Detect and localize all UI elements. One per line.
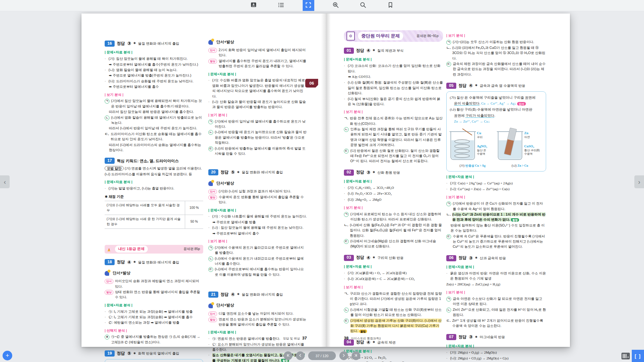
last-page-button[interactable] — [352, 351, 360, 360]
line-text: (가)~(라)는 모두 산소가 이동하는 산화 환원 반응이다. — [453, 39, 546, 45]
next-page-button[interactable] — [339, 351, 348, 360]
answer-label: 정답 — [356, 48, 364, 54]
text-segment: 디젤 엔진에 요소수를 넣는 까닭이 제시되어 있다. — [219, 311, 293, 315]
first-page-button[interactable] — [284, 351, 292, 360]
table-of-contents-button[interactable] — [275, 0, 287, 11]
line-marker: 발상 — [208, 195, 217, 200]
line-text: (나)에서 시험관을 가열할 때 탄소는 산화 구리(Ⅱ)로부터 산소를 얻어 … — [350, 307, 443, 318]
text-segment: 아이오딘의 승화 과정과 에탄올의 연소 과정이 제시되어 있다. — [115, 279, 199, 288]
line-text: 금속 아연은 수소보다 산화가 잘 되므로 아연은 전자를 잃고 아연 이온 상… — [453, 296, 546, 307]
text-segment: (나): 산화 칼슘과 물이 반응할 때 온도가 높아지므로 산화 칼슘과 물의… — [212, 100, 306, 109]
problem-number: 01 — [344, 48, 354, 54]
bulb-icon — [211, 39, 214, 42]
section-label: | 문제+자료 분석 | — [344, 264, 443, 269]
page-view-toggle-button[interactable]: [ ] — [632, 350, 644, 362]
fullscreen-button[interactable] — [303, 0, 314, 11]
line-text: Zn(s) + 2HCl(aq) → ZnCl₂(aq) + H₂(g) — [446, 282, 546, 287]
line-text: ㉡: I₂ 고체가 기체로 되는 과정(승화) ➡ 열에너지를 흡수 — [109, 314, 203, 320]
line-group: ㄱ.구리와 산소가 결합하므로 결합한 산소의 질량만큼 전체 질량이 증가한다… — [344, 291, 443, 334]
add-button[interactable]: + — [3, 351, 12, 360]
text-segment: (나): — [450, 356, 458, 360]
toolbar — [0, 0, 644, 11]
text-line: ·(가): 2Mg(s) + O₂(g) → 2MgO(s) — [446, 350, 546, 355]
thinker-icon — [105, 270, 110, 276]
text-line: ㄱ(가)에서 반응성이 더 큰 Cu가 산화되어 전자를 잃고 이 전자를 수용… — [446, 201, 546, 211]
text-line: ·(가) 코크스의 산화: 코크스가 산소를 얻어 일산화 탄소로 산화된다. — [344, 63, 443, 74]
line-marker: 단서 — [208, 311, 217, 316]
zoom-in-button[interactable] — [330, 0, 342, 11]
keyword-title: 핵심 키워드: 연소, 열, 드라이아이스 — [117, 158, 179, 164]
chapter-tab[interactable]: 06 — [305, 79, 318, 88]
line-marker: ㄱ — [446, 201, 451, 206]
text-segment: 2가지 화학 반응이 일어날 때의 열에너지 출입이 제시되어 있다. — [219, 48, 306, 57]
text-segment: (나)에서 염화 칼슘이 용해될 때 열에너지가 방출되므로 눈이 녹는다. — [111, 116, 202, 125]
star-icon: ✱ — [237, 292, 240, 297]
text-segment: ㉠: I₂ 기체가 고체로 되는 과정(승화) ➡ 열에너지를 방출 — [109, 310, 193, 313]
text-segment: (다): — [348, 198, 355, 201]
line-text: 따라서 질산 암모늄의 용해 반응은 열에너지를 흡수한다. — [109, 109, 203, 114]
text-line: ·(나): 산화 칼슘과 물이 반응할 때 온도가 높아지므로 산화 칼슘과 물… — [208, 99, 307, 110]
search-button[interactable] — [357, 0, 369, 11]
line-text: (가)에서 반응이 일어날 때 열에너지를 흡수하므로 온도가 낮아진다. — [215, 119, 307, 129]
next-spread-arrow[interactable]: › — [634, 175, 644, 188]
text-segment: ➡ 주변으로 열에너지를 방출 — [213, 220, 256, 224]
solution-formula: AgNO₃ — [477, 144, 487, 149]
line-text: (가): 수산화 바륨과 염화 암모늄은 흡열 반응의 대표적인 예로, 염화 … — [212, 78, 307, 99]
last-page-icon — [354, 353, 358, 358]
text-segment: (다) 반응에서 철은 산화 철로 산화된다. 철이 산소와 결합할 때 Fe은… — [350, 149, 440, 163]
line-text: (다): 2Mg+O₂ → 2MgO — [348, 197, 443, 202]
line-marker: ㄴ — [208, 256, 213, 261]
text-line: ➡ 주변으로부터 열에너지를 흡수 — [109, 84, 203, 89]
line-text: (가)에서 질산 암모늄이 물에 용해되면서 팩이 차가워지는 것은 반응이 일… — [111, 98, 203, 109]
text-segment: Cu²⁺(aq) + Zn(s) → Zn²⁺(aq) + Cu(s) — [458, 187, 510, 191]
text-segment: Cu → Cu²⁺, Ag⁺ → Ag↓ — [481, 101, 517, 105]
text-line: 발상열에너지를 흡수하면 주변의 온도가 내려가고, 열에너지를 방출하면 주변… — [208, 58, 307, 69]
caption-text: 반응성 Cu > Ag — [465, 164, 486, 167]
cue-idea-header: 단서+발상 — [105, 270, 203, 276]
line-text: Zn²⁺ 1개 생성될 때 H⁺ 2개가 없어지므로 반응이 진행될수록 수용액… — [452, 318, 546, 329]
line-marker: · — [105, 314, 109, 320]
text-segment: (나)는 Cu²⁺과 Zn의 반응이므로 1 : 1의 개수 비로 반응하여 반… — [452, 212, 545, 221]
prev-spread-arrow[interactable]: ‹ — [0, 175, 10, 188]
cue-idea-label: 단서+발상 — [113, 270, 130, 276]
problem-title: 산과 금속의 반응 — [480, 255, 506, 261]
text-line: ·(다): 드라이아이스가 승화될 때 주변의 온도는 낮아진다. — [105, 79, 203, 84]
text-line: ➡ 주변으로부터 열에너지를 흡수(주변의 온도가 낮아진다.) — [109, 62, 203, 67]
problem-header: 20정답⑤✱물질 변화와 에너지의 출입 — [208, 169, 307, 176]
text-segment: ㉠~㉢ 중 열에너지를 방출하는 현상은 ㉠ (I₂의 승화(기체 → 고체))… — [111, 335, 200, 344]
thumbnail-panel-button[interactable] — [621, 353, 630, 359]
line-text: 상태 변화와 연소 반응을 통해 열에너지의 출입을 추론할 수 있다. — [115, 289, 203, 300]
line-text: 반응 전후 전체 원소의 종류와 수는 변하지 않으므로 A는 일산화 탄소(C… — [350, 116, 443, 126]
line-text: (나)에서 반응할 때 온도가 높아졌으므로 산화 칼슘과 물의 반응은 열에너… — [215, 129, 307, 145]
problem-title: 철의 제련과 부식 — [377, 48, 404, 53]
text-line: ➡ A는 CO이다. — [348, 74, 443, 79]
section-label: | 보기 분석 | — [446, 33, 546, 38]
caption-prefix: (가) — [459, 164, 465, 167]
metal-name: 아연 — [524, 135, 540, 139]
line-text: 묽은 염산과 아연의 반응: 아연은 아연 이온으로 산화, 수소 이온은 환원… — [450, 271, 546, 281]
prev-page-button[interactable] — [296, 351, 305, 360]
left-page-column-2: 단서+발상단서2가지 화학 반응이 일어날 때의 열에너지 출입이 제시되어 있… — [208, 35, 307, 362]
copper-coil — [454, 139, 470, 159]
page-indicator[interactable]: 37 / 120 — [308, 351, 336, 360]
right-page-column-1: ⚙중단원 마무리 문제문제편 86~91p01정답④✱철의 제련과 부식| 문제… — [344, 30, 443, 362]
line-group: ·(가) : 수산화 나트륨이 물에 용해될 때 주변의 온도는 높아진다.➡ … — [208, 214, 307, 236]
text-line: ㄴZn이 Zn²⁺으로 산화되고, 이때 잃은 전자를 H⁺이 얻어 H₂로 환… — [446, 307, 546, 318]
line-marker: · — [208, 225, 212, 230]
download-button[interactable] — [248, 0, 260, 11]
line-marker: 발상 — [208, 59, 217, 64]
text-segment: (가) : 수산화 나트륨이 물에 용해될 때 주변의 온도는 높아진다. — [212, 214, 307, 218]
line-marker: ㄷ — [208, 267, 213, 272]
text-segment: 수용액 속 Cu²⁺은 푸른색을 띤다. 반응이 진행될수록 (가)에서는 Cu… — [453, 234, 545, 249]
text-segment: (가): — [348, 186, 355, 190]
diagram-caption: (가) 반응성 Cu > Ag — [450, 163, 495, 168]
text-line: ·(나): 2CuO(검은색) + C → 2Cu(붉은색) + CO₂ — [344, 276, 443, 282]
line-group: ④㉠~㉢ 중 열에너지를 방출하는 현상은 ㉠ (I₂의 승화(기체 → 고체)… — [105, 334, 203, 345]
text-line: ·㉠: I₂ 기체가 고체로 되는 과정(승화) ➡ 열에너지를 방출 — [105, 309, 203, 314]
bookmark-button[interactable] — [385, 0, 396, 11]
bulb-icon — [211, 180, 214, 183]
text-line: ·(나) : 질산 암모늄이 물에 용해될 때 주변의 온도는 낮아진다. — [208, 225, 307, 230]
line-group: ㄱ(가)에서 질산 암모늄이 물에 용해되면서 팩이 차가워지는 것은 반응이 … — [105, 98, 203, 153]
text-segment: (가)에서 반응이 일어날 때 열에너지를 흡수하므로 온도가 낮아진다. — [215, 119, 306, 128]
text-line: ·(가): Cu(s) + 2Ag⁺(aq) → Cu²⁺(aq) + 2Ag(… — [446, 181, 546, 186]
